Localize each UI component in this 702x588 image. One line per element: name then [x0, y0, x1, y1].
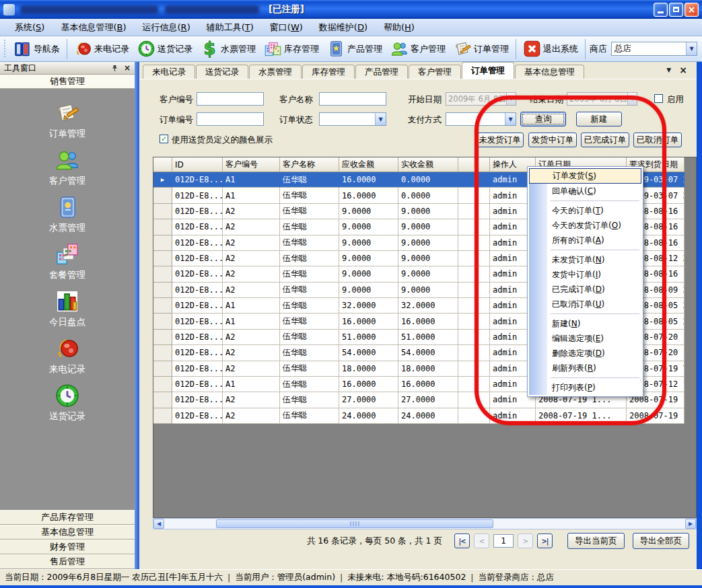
last-page-button[interactable]: >|: [537, 534, 553, 548]
menubar-item[interactable]: 数据维护(D): [311, 20, 376, 36]
end-date-picker[interactable]: 2009年 6月 8日 ▼: [567, 92, 637, 106]
toolbar-button-alarm-bell[interactable]: 来电记录: [70, 38, 133, 59]
page-number-input[interactable]: 1: [493, 534, 514, 548]
row-selector-cell[interactable]: [153, 408, 172, 424]
toolbar-button-customer[interactable]: 客户管理: [386, 38, 450, 59]
table-row[interactable]: 012D-E8...A2伍华聪24.000024.0000admin2008-0…: [153, 408, 685, 424]
new-button[interactable]: 新建: [576, 112, 622, 126]
row-selector-cell[interactable]: [153, 204, 172, 219]
row-selector-cell[interactable]: [153, 314, 172, 329]
chevron-down-icon[interactable]: ▼: [627, 93, 637, 105]
toolbar-grip[interactable]: [4, 40, 7, 59]
row-selector-cell[interactable]: [153, 266, 172, 282]
scrollbar-thumb[interactable]: [216, 519, 493, 528]
toolbar-button-dollar[interactable]: $水票管理: [197, 38, 260, 59]
minimize-button[interactable]: [654, 3, 668, 17]
enable-checkbox[interactable]: [654, 94, 663, 103]
search-button[interactable]: 查询: [520, 112, 566, 126]
chevron-down-icon[interactable]: ▼: [505, 113, 516, 125]
context-menu-item[interactable]: 删除选定项(D): [529, 346, 641, 361]
tab-送货记录[interactable]: 送货记录: [196, 65, 248, 79]
row-selector-cell[interactable]: [153, 235, 172, 251]
completed-orders-button[interactable]: 已完成订单: [581, 133, 629, 147]
column-header[interactable]: 客户编号: [223, 157, 280, 172]
sidebar-section-button[interactable]: 产品库存管理: [0, 510, 135, 525]
context-menu-item[interactable]: 订单发货(S): [529, 168, 641, 184]
sidebar-item-package-cards[interactable]: 套餐管理: [49, 242, 85, 281]
toolbar-button-navigator-book[interactable]: 导航条: [9, 38, 64, 59]
sidebar-item-customer[interactable]: 客户管理: [49, 147, 85, 187]
row-selector-cell[interactable]: [153, 330, 172, 345]
tab-库存管理[interactable]: 库存管理: [302, 65, 355, 79]
order-status-combo[interactable]: ▼: [319, 112, 386, 126]
context-menu-item[interactable]: 已取消订单(U): [529, 297, 641, 311]
column-header[interactable]: 实收金额: [398, 157, 458, 172]
next-page-button[interactable]: >: [518, 534, 533, 548]
context-menu-item[interactable]: 回单确认(C): [529, 184, 641, 198]
first-page-button[interactable]: |<: [454, 534, 470, 548]
context-menu-item[interactable]: 打印列表(P): [529, 380, 641, 395]
column-header[interactable]: 客户名称: [280, 157, 339, 172]
customer-name-input[interactable]: [319, 92, 386, 106]
row-selector-cell[interactable]: [153, 188, 172, 203]
close-icon[interactable]: ×: [124, 63, 131, 73]
menubar-item[interactable]: 窗口(W): [262, 20, 311, 36]
toolbar-button-clock[interactable]: 送货记录: [133, 38, 197, 59]
export-current-page-button[interactable]: 导出当前页: [567, 533, 625, 549]
tab-来电记录[interactable]: 来电记录: [143, 65, 195, 79]
context-menu-item[interactable]: 今天的发货订单(O): [529, 218, 641, 233]
chevron-down-icon[interactable]: ▼: [686, 42, 697, 55]
store-combo[interactable]: 总店 ▼: [611, 42, 697, 56]
scroll-left-icon[interactable]: ◀: [153, 519, 164, 529]
maximize-button[interactable]: [669, 3, 683, 17]
pin-icon[interactable]: [111, 65, 118, 72]
export-all-pages-button[interactable]: 导出全部页: [633, 533, 690, 549]
row-selector-cell[interactable]: [153, 251, 172, 266]
sidebar-item-alarm-bell[interactable]: 来电记录: [49, 336, 85, 375]
cancelled-orders-button[interactable]: 已取消订单: [633, 133, 682, 147]
sidebar-item-clock[interactable]: 送货记录: [49, 383, 85, 422]
sidebar-item-order-scroll[interactable]: 订单管理: [49, 100, 85, 140]
column-header[interactable]: 应收金额: [339, 157, 398, 172]
menubar-item[interactable]: 基本信息管理(B): [52, 20, 134, 36]
sidebar-section-button[interactable]: 基本信息管理: [0, 525, 135, 540]
toolbar-button-exit[interactable]: 退出系统: [519, 38, 582, 59]
sidebar-section-button[interactable]: 售后管理: [0, 554, 135, 569]
row-selector-cell[interactable]: [153, 345, 172, 361]
context-menu-item[interactable]: 未发货订单(N): [529, 252, 641, 267]
toolbar-button-order-scroll[interactable]: 订单管理: [450, 38, 513, 59]
prev-page-button[interactable]: <: [474, 534, 489, 548]
tab-基本信息管理[interactable]: 基本信息管理: [515, 65, 584, 79]
toolbar-button-inventory-grid[interactable]: 库存管理: [260, 38, 323, 59]
customer-no-input[interactable]: [197, 92, 264, 106]
row-selector-cell[interactable]: [153, 219, 172, 235]
color-display-checkbox[interactable]: ✓: [160, 135, 168, 143]
tab-close-icon[interactable]: ×: [679, 65, 687, 75]
sidebar-item-bar-chart[interactable]: 今日盘点: [49, 289, 85, 328]
chevron-down-icon[interactable]: ▼: [506, 93, 516, 105]
pay-method-combo[interactable]: ▼: [446, 112, 516, 126]
scroll-right-icon[interactable]: ▶: [685, 519, 696, 529]
sidebar-splitter[interactable]: [135, 62, 139, 569]
start-date-picker[interactable]: 2009年 6月 8日 ▼: [446, 92, 516, 106]
sidebar-item-ticket-card[interactable]: 水票管理: [49, 194, 85, 234]
tab-客户管理[interactable]: 客户管理: [409, 65, 461, 79]
column-header[interactable]: ID: [172, 157, 223, 172]
column-header[interactable]: [458, 157, 490, 172]
row-selector-cell[interactable]: [153, 298, 172, 314]
tab-订单管理[interactable]: 订单管理: [462, 62, 514, 79]
close-button[interactable]: ×: [685, 3, 699, 17]
tab-scroll-down-icon[interactable]: ▼: [666, 67, 671, 73]
unshipped-orders-button[interactable]: 未发货订单: [476, 133, 524, 147]
context-menu-item[interactable]: 已完成订单(D): [529, 282, 641, 297]
horizontal-scrollbar[interactable]: ◀ ▶: [153, 518, 697, 529]
row-selector-cell[interactable]: [153, 392, 172, 408]
menubar-item[interactable]: 系统(S): [7, 20, 52, 36]
sidebar-section-sales[interactable]: 销售管理: [0, 75, 135, 89]
menubar-item[interactable]: 辅助工具(T): [199, 20, 262, 36]
tab-产品管理[interactable]: 产品管理: [355, 65, 408, 79]
order-no-input[interactable]: [197, 112, 264, 126]
context-menu-item[interactable]: 刷新列表(R): [529, 361, 641, 375]
shipping-orders-button[interactable]: 发货中订单: [528, 133, 577, 147]
sidebar-section-button[interactable]: 财务管理: [0, 540, 135, 554]
